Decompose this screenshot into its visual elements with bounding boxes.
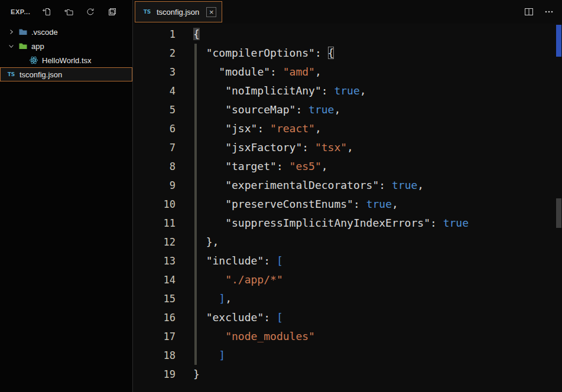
code-line-14: 14 "./app/*" bbox=[133, 270, 562, 289]
code-line-6: 6 "jsx": "react", bbox=[133, 119, 562, 138]
code-line-text[interactable]: "preserveConstEnums": true, bbox=[176, 195, 398, 214]
close-icon[interactable]: × bbox=[206, 7, 216, 17]
editor-actions bbox=[524, 7, 554, 17]
folder-icon bbox=[18, 27, 28, 37]
collapse-all-icon[interactable] bbox=[108, 7, 117, 17]
code-line-text[interactable]: { bbox=[176, 25, 200, 44]
code-line-5: 5 "sourceMap": true, bbox=[133, 100, 562, 119]
file-tree: .vscodeappHelloWorld.tsxTStsconfig.json bbox=[0, 25, 132, 81]
line-number: 15 bbox=[133, 289, 176, 308]
indent-guide bbox=[194, 44, 197, 365]
code-line-text[interactable]: "jsxFactory": "tsx", bbox=[176, 138, 353, 157]
tree-item-label: app bbox=[31, 42, 44, 51]
editor-area: TS tsconfig.json × 1{2 "compilerOptions"… bbox=[133, 0, 562, 392]
tree-item-label: .vscode bbox=[31, 28, 58, 37]
code-line-18: 18 ] bbox=[133, 346, 562, 365]
chevron-right-icon bbox=[8, 28, 15, 35]
tab-bar: TS tsconfig.json × bbox=[133, 0, 562, 24]
line-number: 17 bbox=[133, 327, 176, 346]
code-editor[interactable]: 1{2 "compilerOptions": {3 "module": "amd… bbox=[133, 24, 562, 392]
line-number: 12 bbox=[133, 233, 176, 251]
vscode-window: EXP... .vscodeappHelloWorld.tsxTStsconfi… bbox=[0, 0, 562, 392]
line-number: 7 bbox=[133, 138, 176, 157]
line-number: 3 bbox=[133, 63, 176, 81]
line-number: 18 bbox=[133, 346, 176, 365]
line-number: 2 bbox=[133, 44, 176, 63]
code-line-3: 3 "module": "amd", bbox=[133, 63, 562, 81]
line-number: 9 bbox=[133, 176, 176, 195]
new-folder-icon[interactable] bbox=[64, 7, 73, 17]
line-number: 19 bbox=[133, 365, 176, 384]
new-file-icon[interactable] bbox=[42, 7, 51, 17]
tree-item-label: tsconfig.json bbox=[20, 70, 62, 79]
line-number: 14 bbox=[133, 270, 176, 289]
chevron-down-icon bbox=[8, 43, 15, 50]
code-line-12: 12 }, bbox=[133, 233, 562, 251]
code-line-text[interactable]: "experimentalDecorators": true, bbox=[176, 176, 424, 195]
code-line-1: 1{ bbox=[133, 25, 562, 44]
code-line-13: 13 "include": [ bbox=[133, 251, 562, 270]
code-line-19: 19} bbox=[133, 365, 562, 384]
code-line-4: 4 "noImplicitAny": true, bbox=[133, 81, 562, 100]
code-line-16: 16 "exclude": [ bbox=[133, 308, 562, 327]
line-number: 16 bbox=[133, 308, 176, 327]
code-line-text[interactable]: "jsx": "react", bbox=[176, 119, 321, 138]
code-line-text[interactable]: "exclude": [ bbox=[176, 308, 283, 327]
ts-file-icon: TS bbox=[142, 7, 152, 17]
tree-item-app[interactable]: app bbox=[0, 39, 132, 53]
line-number: 5 bbox=[133, 100, 176, 119]
explorer-header: EXP... bbox=[0, 0, 132, 24]
code-line-text[interactable]: "sourceMap": true, bbox=[176, 100, 340, 119]
code-line-text[interactable]: "include": [ bbox=[176, 251, 283, 270]
code-line-8: 8 "target": "es5", bbox=[133, 157, 562, 176]
code-line-text[interactable]: ] bbox=[176, 346, 225, 365]
line-number: 13 bbox=[133, 251, 176, 270]
code-line-7: 7 "jsxFactory": "tsx", bbox=[133, 138, 562, 157]
code-lines: 1{2 "compilerOptions": {3 "module": "amd… bbox=[133, 25, 562, 384]
tree-item-helloworld-tsx[interactable]: HelloWorld.tsx bbox=[0, 53, 132, 67]
code-line-10: 10 "preserveConstEnums": true, bbox=[133, 195, 562, 214]
line-number: 10 bbox=[133, 195, 176, 214]
explorer-title: EXP... bbox=[11, 8, 30, 15]
code-line-17: 17 "node_modules" bbox=[133, 327, 562, 346]
code-line-text[interactable]: "compilerOptions": { bbox=[176, 44, 334, 63]
code-line-9: 9 "experimentalDecorators": true, bbox=[133, 176, 562, 195]
ts-file-icon: TS bbox=[7, 70, 16, 79]
refresh-icon[interactable] bbox=[86, 7, 95, 17]
code-line-11: 11 "suppressImplicitAnyIndexErrors": tru… bbox=[133, 214, 562, 233]
code-line-text[interactable]: "target": "es5", bbox=[176, 157, 328, 176]
react-icon bbox=[29, 55, 38, 65]
tree-item-tsconfig-json[interactable]: TStsconfig.json bbox=[0, 67, 132, 81]
split-editor-icon[interactable] bbox=[524, 7, 534, 17]
scrollbar-thumb[interactable] bbox=[556, 198, 561, 228]
line-number: 1 bbox=[133, 25, 176, 44]
code-line-2: 2 "compilerOptions": { bbox=[133, 44, 562, 63]
more-actions-icon[interactable] bbox=[544, 7, 554, 17]
code-line-text[interactable]: } bbox=[176, 365, 200, 384]
code-line-text[interactable]: "./app/*" bbox=[176, 270, 283, 289]
line-number: 8 bbox=[133, 157, 176, 176]
tree-item--vscode[interactable]: .vscode bbox=[0, 25, 132, 39]
tree-item-label: HelloWorld.tsx bbox=[42, 56, 92, 65]
code-line-text[interactable]: "noImplicitAny": true, bbox=[176, 81, 366, 100]
code-line-text[interactable]: ], bbox=[176, 289, 232, 308]
explorer-toolbar bbox=[42, 7, 117, 17]
explorer-sidebar: EXP... .vscodeappHelloWorld.tsxTStsconfi… bbox=[0, 0, 133, 392]
tab-tsconfig[interactable]: TS tsconfig.json × bbox=[135, 1, 222, 22]
line-number: 4 bbox=[133, 81, 176, 100]
code-line-text[interactable]: "suppressImplicitAnyIndexErrors": true bbox=[176, 214, 469, 233]
code-line-15: 15 ], bbox=[133, 289, 562, 308]
line-number: 11 bbox=[133, 214, 176, 233]
code-line-text[interactable]: "module": "amd", bbox=[176, 63, 321, 81]
overview-ruler-marker bbox=[556, 25, 561, 57]
code-line-text[interactable]: }, bbox=[176, 233, 219, 251]
folder-icon bbox=[18, 41, 28, 51]
line-number: 6 bbox=[133, 119, 176, 138]
tab-label: tsconfig.json bbox=[157, 8, 199, 17]
